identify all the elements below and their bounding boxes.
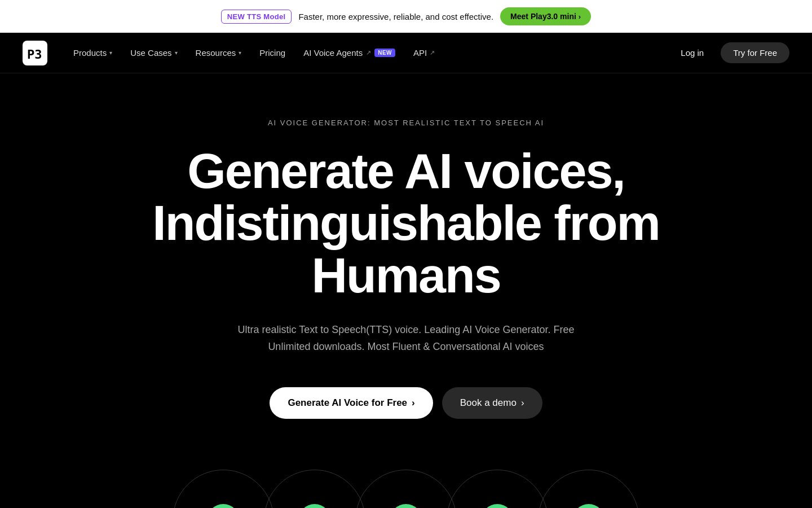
login-button[interactable]: Log in [673,43,712,62]
audio-player-2[interactable] [264,470,365,508]
play-button-1[interactable] [207,504,240,508]
play-button-4[interactable] [481,504,514,508]
audio-players-row [23,470,789,508]
meet-play-button[interactable]: Meet Play3.0 mini › [500,7,591,25]
audio-player-3[interactable] [355,470,457,508]
chevron-right-icon: › [521,397,524,409]
chevron-right-icon: › [412,397,415,409]
hero-eyebrow: AI VOICE GENERATOR: MOST REALISTIC TEXT … [268,119,544,127]
try-free-button[interactable]: Try for Free [721,42,789,63]
nav-pricing[interactable]: Pricing [251,43,293,62]
top-banner: NEW TTS Model Faster, more expressive, r… [0,0,812,33]
banner-text: Faster, more expressive, reliable, and c… [298,12,493,21]
chevron-right-icon: › [579,12,581,21]
nav-use-cases[interactable]: Use Cases ▾ [122,43,185,62]
hero-title: Generate AI voices, Indistinguishable fr… [152,145,660,301]
nav-products[interactable]: Products ▾ [65,43,120,62]
play-button-2[interactable] [298,504,331,508]
chevron-down-icon: ▾ [175,50,178,56]
chevron-down-icon: ▾ [239,50,241,56]
audio-player-5[interactable] [538,470,639,508]
hero-section: AI VOICE GENERATOR: MOST REALISTIC TEXT … [0,73,812,508]
book-demo-button[interactable]: Book a demo › [442,387,542,419]
chevron-down-icon: ▾ [109,50,112,56]
nav-api[interactable]: API ↗ [405,43,443,62]
new-tts-badge: NEW TTS Model [221,10,292,24]
logo[interactable]: P3 [23,41,47,65]
external-link-icon: ↗ [430,49,435,56]
nav-right: Log in Try for Free [673,42,789,63]
nav-links: Products ▾ Use Cases ▾ Resources ▾ Prici… [65,43,673,62]
new-badge: NEW [374,49,395,57]
generate-voice-button[interactable]: Generate AI Voice for Free › [270,387,433,419]
logo-icon: P3 [23,41,47,65]
hero-actions: Generate AI Voice for Free › Book a demo… [270,387,542,419]
navbar: P3 Products ▾ Use Cases ▾ Resources ▾ Pr… [0,33,812,73]
audio-player-4[interactable] [447,470,548,508]
hero-subtitle: Ultra realistic Text to Speech(TTS) voic… [238,322,575,355]
external-link-icon: ↗ [366,49,371,56]
nav-resources[interactable]: Resources ▾ [188,43,250,62]
svg-text:P3: P3 [27,47,42,62]
active-indicator-5 [572,504,605,508]
audio-player-1[interactable] [173,470,274,508]
nav-ai-voice-agents[interactable]: AI Voice Agents ↗ NEW [295,43,403,62]
play-button-3[interactable] [390,504,422,508]
